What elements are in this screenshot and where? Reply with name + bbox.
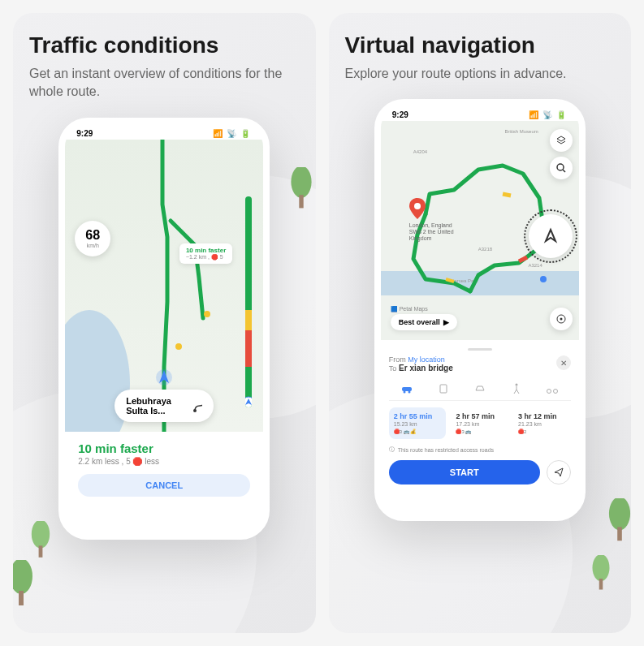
- map-view[interactable]: 68 km/h 10 min faster ~1.2 km , 🛑 5 Lebu…: [65, 140, 263, 432]
- traffic-segment-slow: [245, 310, 252, 330]
- route-filter-pill[interactable]: Best overall ▶: [391, 314, 457, 330]
- panel-title: Traffic conditions: [29, 32, 300, 58]
- map-view[interactable]: British Museum Battersea Park A4204 A321…: [381, 121, 579, 340]
- battery-icon: 🔋: [240, 129, 252, 137]
- speed-badge: 68 km/h: [75, 221, 110, 256]
- svg-point-12: [609, 498, 630, 530]
- route-distance: 17.23 km: [456, 421, 504, 427]
- compass-icon: [541, 226, 560, 246]
- phone-mockup: 9:29 📶 📡 🔋 68 km/h 10 min faster ~1.: [58, 118, 270, 540]
- bike-mode-icon[interactable]: [546, 382, 559, 395]
- search-icon: [555, 162, 567, 174]
- route-info: 🛑3 🚌: [456, 429, 504, 434]
- car-mode-icon[interactable]: [400, 382, 413, 395]
- route-time: 3 hr 12 min: [518, 412, 566, 420]
- layers-button[interactable]: [550, 129, 573, 152]
- transit-mode-icon[interactable]: [437, 382, 450, 395]
- svg-rect-5: [299, 195, 303, 208]
- taxi-mode-icon[interactable]: [473, 382, 486, 395]
- bottom-sheet: 10 min faster 2.2 km less , 5 🛑 less CAN…: [65, 432, 263, 506]
- destination-marker[interactable]: London, England SW8 2 the United Kingdom: [409, 198, 466, 241]
- panel-subtitle: Get an instant overview of conditions fo…: [29, 65, 300, 101]
- svg-point-18: [557, 164, 564, 170]
- start-button[interactable]: START: [389, 460, 540, 484]
- sheet-title: 10 min faster: [78, 441, 250, 455]
- close-icon: ✕: [560, 359, 567, 368]
- svg-rect-3: [39, 545, 43, 557]
- alt-route-badge[interactable]: 10 min faster ~1.2 km , 🛑 5: [179, 243, 232, 264]
- to-row[interactable]: To Er xian bridge: [389, 364, 453, 373]
- svg-point-0: [13, 560, 32, 594]
- svg-point-2: [32, 521, 50, 549]
- close-button[interactable]: ✕: [556, 355, 571, 370]
- current-road-pill[interactable]: Lebuhraya Sulta Is...: [115, 390, 214, 422]
- route-overlay: [65, 140, 263, 432]
- route-time: 2 hr 55 min: [394, 412, 442, 420]
- route-option-3[interactable]: 3 hr 12 min 21.23 km 🛑2: [513, 407, 571, 439]
- alt-route-sub: ~1.2 km , 🛑 5: [186, 254, 226, 261]
- start-row: START: [389, 460, 571, 484]
- layers-icon: [555, 135, 567, 146]
- from-row[interactable]: From My location: [389, 355, 453, 364]
- traffic-bar[interactable]: [245, 196, 252, 407]
- tree-decoration: [589, 555, 613, 592]
- svg-point-20: [560, 318, 562, 321]
- navigation-arrow-icon: [155, 368, 173, 386]
- traffic-segment-jam: [245, 330, 252, 367]
- alt-route-title: 10 min faster: [186, 247, 226, 254]
- status-icons: 📶 📡 🔋: [529, 110, 568, 119]
- svg-rect-24: [440, 385, 447, 393]
- cancel-button[interactable]: CANCEL: [78, 474, 250, 497]
- from-value: My location: [408, 355, 445, 364]
- status-icons: 📶 📡 🔋: [213, 129, 252, 138]
- sheet-subtitle: 2.2 km less , 5 🛑 less: [78, 457, 250, 466]
- wifi-icon: 📡: [227, 129, 238, 137]
- route-option-2[interactable]: 2 hr 57 min 17.23 km 🛑3 🚌: [451, 407, 508, 439]
- route-warning: ⓘ This route has restricted access roads: [389, 446, 571, 454]
- panel-title: Virtual navigation: [345, 32, 616, 58]
- warning-text: This route has restricted access roads: [398, 447, 494, 453]
- svg-rect-1: [19, 591, 24, 605]
- route-distance: 15.23 km: [394, 421, 442, 427]
- route-option-1[interactable]: 2 hr 55 min 15.23 km 🛑3 🚌 💰: [389, 407, 447, 439]
- route-icon: [193, 399, 202, 412]
- wifi-icon: 📡: [542, 110, 554, 118]
- preview-button[interactable]: [547, 460, 571, 484]
- svg-point-27: [554, 390, 558, 394]
- status-bar: 9:29 📶 📡 🔋: [381, 106, 579, 121]
- status-time: 9:29: [392, 110, 408, 119]
- to-value: Er xian bridge: [399, 364, 453, 373]
- svg-point-23: [408, 391, 411, 394]
- battery-icon: 🔋: [556, 110, 568, 118]
- search-button[interactable]: [550, 157, 573, 179]
- route-info: 🛑3 🚌 💰: [394, 429, 442, 434]
- phone-mockup: 9:29 📶 📡 🔋 British Museum Battersea Park…: [374, 99, 586, 521]
- svg-point-22: [404, 391, 406, 394]
- panel-subtitle: Explore your route options in advance.: [345, 65, 616, 83]
- svg-point-17: [414, 203, 421, 209]
- svg-point-16: [540, 276, 547, 282]
- svg-point-10: [193, 409, 197, 412]
- walk-mode-icon[interactable]: [510, 382, 523, 395]
- svg-point-7: [175, 343, 182, 350]
- status-bar: 9:29 📶 📡 🔋: [65, 124, 263, 140]
- route-distance: 21.23 km: [518, 421, 566, 427]
- route-panel: From My location To Er xian bridge ✕: [381, 340, 579, 493]
- route-info: 🛑2: [518, 429, 566, 434]
- svg-rect-21: [402, 387, 412, 391]
- svg-point-25: [515, 384, 517, 386]
- navigation-panel: Virtual navigation Explore your route op…: [329, 13, 632, 633]
- transport-modes: [389, 377, 571, 401]
- drag-handle[interactable]: [468, 348, 492, 351]
- traffic-panel: Traffic conditions Get an instant overvi…: [13, 13, 316, 633]
- tree-decoration: [13, 560, 37, 609]
- signal-icon: 📶: [213, 129, 224, 137]
- traffic-position-icon: [245, 396, 252, 407]
- compass-button[interactable]: [529, 214, 573, 258]
- svg-point-26: [547, 390, 551, 394]
- route-header: From My location To Er xian bridge ✕: [389, 355, 571, 373]
- recenter-button[interactable]: [550, 308, 573, 330]
- svg-point-14: [593, 555, 610, 581]
- route-time: 2 hr 57 min: [456, 412, 504, 420]
- speed-unit: km/h: [87, 243, 99, 248]
